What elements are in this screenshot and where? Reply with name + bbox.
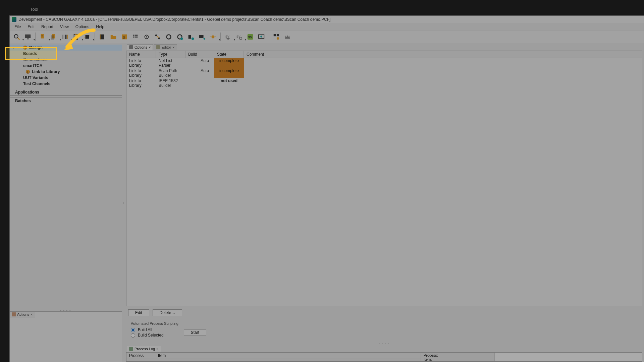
actions-tab-label: Actions [17, 312, 29, 316]
tool-list-icon[interactable] [130, 32, 141, 42]
menu-report[interactable]: Report [38, 24, 57, 30]
tool-blocks-icon[interactable] [271, 32, 281, 42]
menu-file[interactable]: File [11, 24, 24, 30]
project-tree: ⌄ ! Design Boards Connections smartTCA !… [10, 43, 122, 309]
tool-display-icon[interactable] [256, 32, 266, 42]
tool-monitor-icon[interactable] [23, 32, 33, 42]
tree-connections[interactable]: Connections [10, 57, 122, 63]
cell-name: Link to Library [126, 68, 156, 78]
table-row[interactable]: Link to LibraryIEEE 1532 Buildernot used [126, 78, 642, 88]
edit-button[interactable]: Edit [128, 309, 149, 316]
log-icon [129, 347, 133, 351]
tool-gear-icon[interactable] [142, 32, 152, 42]
tree-batches[interactable]: Batches [10, 98, 122, 104]
svg-point-47 [239, 37, 242, 39]
tool-probe-icon[interactable] [186, 32, 196, 42]
svg-rect-21 [101, 34, 101, 39]
col-type[interactable]: Type [156, 51, 185, 58]
delete-button[interactable]: Delete… [153, 309, 182, 316]
tree-link-label: Link to Library [32, 69, 60, 74]
menu-view[interactable]: View [57, 24, 72, 30]
actions-tab[interactable]: Actions × [10, 312, 35, 317]
tool-book-icon[interactable] [97, 32, 107, 42]
col-state[interactable]: State [214, 51, 244, 58]
col-name[interactable]: Name [126, 51, 156, 58]
radio-build-selected[interactable]: Build Selected [131, 333, 164, 338]
tool-chip-icon[interactable] [82, 32, 92, 42]
chevron-down-icon[interactable]: ⌄ [12, 46, 15, 49]
tool-sv2-icon[interactable]: SV [234, 32, 244, 42]
svg-point-39 [204, 38, 206, 40]
close-icon[interactable]: × [156, 347, 158, 351]
tab-options-label: Options [135, 45, 147, 49]
svg-text:SV: SV [248, 35, 253, 39]
editor-icon [156, 45, 160, 49]
tool-magnifier-icon[interactable] [12, 32, 22, 42]
table-row[interactable]: Link to LibraryNet List ParserAutoincomp… [126, 58, 642, 68]
radio-build-all-input[interactable] [131, 328, 135, 332]
process-status: Process: Item: [421, 353, 494, 361]
col-comment[interactable]: Comment [244, 51, 642, 58]
status-process-label: Process: [424, 353, 492, 357]
tool-gear3-icon[interactable] [175, 32, 185, 42]
tool-sv1-icon[interactable]: SV [223, 32, 233, 42]
menu-help[interactable]: Help [93, 24, 108, 30]
tool-doc2-icon[interactable] [49, 32, 59, 42]
close-icon[interactable]: × [172, 45, 174, 49]
tree-applications[interactable]: Applications [10, 89, 122, 96]
col-process[interactable]: Process [126, 353, 155, 359]
tool-folder-icon[interactable] [108, 32, 118, 42]
tree-boards[interactable]: Boards [10, 51, 122, 57]
tool-sv3-icon[interactable]: SV [245, 32, 255, 42]
tool-clipboard-icon[interactable] [71, 32, 81, 42]
tree-design-label: Design [29, 45, 43, 50]
table-row[interactable]: Link to LibraryScan Path BuilderAutoinco… [126, 68, 642, 78]
svg-rect-53 [277, 34, 279, 36]
svg-rect-3 [27, 38, 29, 39]
svg-line-1 [18, 38, 20, 40]
close-icon[interactable]: × [149, 45, 151, 49]
svg-rect-26 [133, 37, 134, 38]
tree-uut-variants[interactable]: UUT Variants [10, 75, 122, 81]
tree-smarttca[interactable]: smartTCA [10, 63, 122, 69]
tool-sun-icon[interactable] [208, 32, 218, 42]
close-icon[interactable]: × [31, 312, 33, 316]
tab-editor[interactable]: Editor × [154, 44, 177, 50]
svg-text:{}: {} [123, 35, 125, 39]
svg-point-35 [180, 37, 183, 40]
tree-test-channels[interactable]: Test Channels [10, 81, 122, 87]
splitter-horizontal[interactable]: • • • • [10, 309, 122, 311]
svg-point-33 [167, 35, 171, 39]
menu-edit[interactable]: Edit [24, 24, 38, 30]
radio-build-all[interactable]: Build All [131, 327, 164, 332]
radio-build-selected-input[interactable] [131, 333, 135, 338]
start-button[interactable]: Start [184, 329, 206, 336]
svg-rect-6 [41, 36, 43, 36]
svg-rect-10 [64, 35, 64, 39]
svg-text:SV: SV [225, 35, 230, 38]
tool-barcode-icon[interactable] [60, 32, 70, 42]
col-build[interactable]: Build [185, 51, 214, 58]
menu-options[interactable]: Options [72, 24, 93, 30]
svg-rect-11 [65, 35, 66, 39]
menubar: File Edit Report View Options Help [10, 23, 644, 31]
tab-process-log[interactable]: Process Log × [127, 346, 161, 352]
svg-rect-24 [133, 35, 134, 36]
splitter-horizontal[interactable]: • • • • [125, 342, 644, 345]
col-item[interactable]: Item [155, 353, 421, 359]
tool-crown-icon[interactable] [282, 32, 292, 42]
tab-process-log-label: Process Log [135, 347, 155, 351]
tool-doc1-icon[interactable] [38, 32, 48, 42]
tab-editor-label: Editor [161, 45, 171, 49]
tree-link-to-library[interactable]: ! Link to Library [10, 69, 122, 75]
tool-script-icon[interactable]: {} [119, 32, 129, 42]
splitter-vertical[interactable]: ⋮ [122, 43, 125, 362]
tool-gear2-icon[interactable] [164, 32, 174, 42]
cell-type: IEEE 1532 Builder [156, 78, 185, 88]
tree-design[interactable]: ! Design [10, 45, 122, 51]
tab-options[interactable]: Options × [127, 44, 153, 50]
tab-row: Options × Editor × [125, 43, 644, 50]
tool-scope-icon[interactable] [197, 32, 207, 42]
tool-connect-icon[interactable] [153, 32, 163, 42]
cell-state: incomplete [214, 58, 244, 68]
